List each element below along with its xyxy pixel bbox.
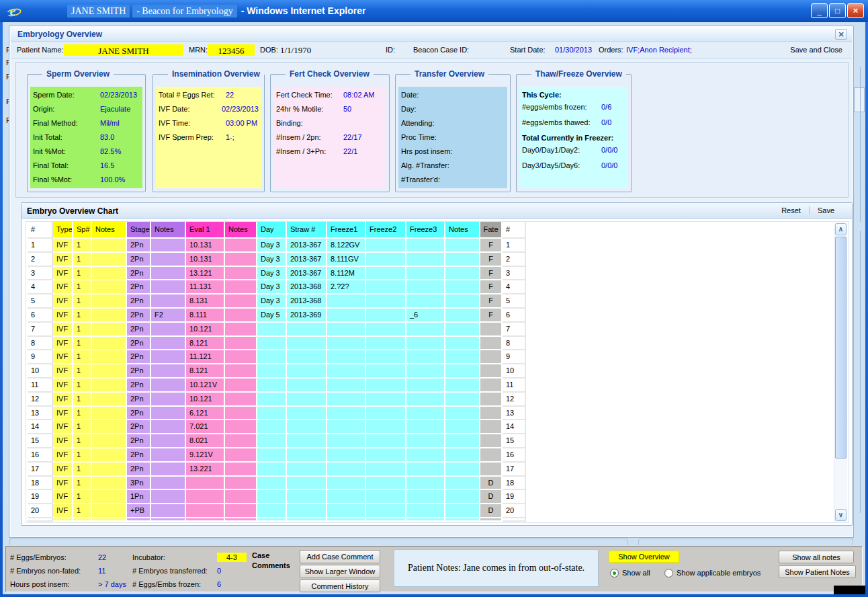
table-row[interactable]: 1IVF12Pn10.131Day 32013-3678.122GVF1 <box>28 239 849 253</box>
table-cell[interactable] <box>257 337 287 351</box>
table-cell[interactable]: 1 <box>73 490 92 504</box>
table-cell[interactable]: F2 <box>151 309 186 323</box>
table-cell[interactable] <box>287 407 327 421</box>
table-cell[interactable]: 2013-367 <box>287 239 327 253</box>
table-cell[interactable]: 1 <box>73 448 92 463</box>
table-cell[interactable]: IVF <box>53 294 73 309</box>
table-cell[interactable]: 9 <box>503 350 526 364</box>
table-cell[interactable]: 2Pn <box>127 434 151 448</box>
table-cell[interactable] <box>151 267 186 281</box>
table-cell[interactable]: IVF <box>53 267 73 281</box>
table-cell[interactable] <box>287 434 327 448</box>
show-overview-button[interactable]: Show Overview <box>609 551 679 563</box>
table-cell[interactable] <box>480 364 503 379</box>
table-row[interactable]: 2IVF12Pn10.131Day 32013-3678.111GVF2 <box>28 253 849 267</box>
table-cell[interactable] <box>225 504 257 518</box>
table-cell[interactable] <box>327 448 366 463</box>
table-cell[interactable]: +PB <box>127 504 151 518</box>
table-cell[interactable] <box>327 490 366 504</box>
table-cell[interactable] <box>186 490 225 504</box>
table-cell[interactable] <box>366 280 406 294</box>
table-cell[interactable] <box>257 393 287 407</box>
table-cell[interactable] <box>327 379 366 393</box>
table-cell[interactable]: IVF <box>53 309 73 323</box>
table-cell[interactable]: 12 <box>503 393 526 407</box>
table-cell[interactable]: Day 3 <box>257 280 287 294</box>
table-cell[interactable]: F <box>480 294 503 309</box>
table-cell[interactable]: Day 3 <box>257 294 287 309</box>
table-cell[interactable] <box>225 337 257 351</box>
table-cell[interactable] <box>92 407 127 421</box>
table-cell[interactable] <box>406 294 445 309</box>
table-cell[interactable] <box>257 420 287 434</box>
table-cell[interactable] <box>225 420 257 434</box>
table-cell[interactable] <box>225 267 257 281</box>
table-cell[interactable] <box>480 379 503 393</box>
show-patient-notes-button[interactable]: Show Patient Notes <box>779 565 856 578</box>
table-cell[interactable] <box>406 463 445 477</box>
table-cell[interactable] <box>287 337 327 351</box>
table-cell[interactable] <box>225 448 257 463</box>
table-cell[interactable]: 14 <box>503 420 526 434</box>
table-cell[interactable]: IVF <box>53 463 73 477</box>
table-cell[interactable]: 9 <box>28 350 53 364</box>
table-cell[interactable]: 1 <box>503 239 526 253</box>
table-cell[interactable] <box>151 364 186 379</box>
table-cell[interactable] <box>366 504 406 518</box>
table-cell[interactable]: 7 <box>503 323 526 337</box>
table-cell[interactable]: IVF <box>53 393 73 407</box>
table-cell[interactable] <box>366 477 406 491</box>
show-all-radio-label[interactable]: Show all <box>622 569 650 577</box>
table-cell[interactable] <box>445 309 480 323</box>
table-cell[interactable] <box>445 407 480 421</box>
table-cell[interactable] <box>327 393 366 407</box>
scrollbar-thumb[interactable] <box>835 237 847 459</box>
table-cell[interactable] <box>186 477 225 491</box>
table-cell[interactable]: 18 <box>28 477 53 491</box>
table-cell[interactable]: 20 <box>503 504 526 518</box>
table-cell[interactable] <box>225 490 257 504</box>
table-cell[interactable]: IVF <box>53 280 73 294</box>
table-cell[interactable] <box>445 379 480 393</box>
table-cell[interactable]: 15 <box>503 434 526 448</box>
table-cell[interactable] <box>366 323 406 337</box>
table-cell[interactable] <box>327 323 366 337</box>
table-cell[interactable] <box>480 350 503 364</box>
table-cell[interactable]: 3 <box>28 267 53 281</box>
table-cell[interactable]: 10.131 <box>186 253 225 267</box>
table-cell[interactable]: IVF <box>53 504 73 518</box>
table-cell[interactable] <box>445 364 480 379</box>
table-cell[interactable] <box>327 504 366 518</box>
table-row[interactable]: 12IVF12Pn10.12112 <box>28 393 849 407</box>
show-all-radio[interactable] <box>610 569 619 578</box>
table-cell[interactable] <box>445 239 480 253</box>
table-cell[interactable]: 17 <box>28 463 53 477</box>
table-cell[interactable] <box>287 393 327 407</box>
table-row[interactable]: 17IVF12Pn13.22117 <box>28 463 849 477</box>
table-cell[interactable] <box>287 490 327 504</box>
table-cell[interactable] <box>406 434 445 448</box>
table-row[interactable]: 3IVF12Pn13.121Day 32013-3678.112MF3 <box>28 267 849 281</box>
table-cell[interactable] <box>151 477 186 491</box>
table-cell[interactable] <box>445 477 480 491</box>
table-cell[interactable] <box>225 477 257 491</box>
table-row[interactable]: 4IVF12Pn11.131Day 32013-3682.?2?F4 <box>28 280 849 294</box>
table-cell[interactable] <box>92 350 127 364</box>
table-row[interactable]: 13IVF12Pn6.12113 <box>28 407 849 421</box>
table-cell[interactable]: 13 <box>28 407 53 421</box>
table-cell[interactable]: IVF <box>53 379 73 393</box>
table-cell[interactable]: 6.121 <box>186 407 225 421</box>
table-cell[interactable]: 2Pn <box>127 463 151 477</box>
table-cell[interactable]: 11 <box>503 379 526 393</box>
table-cell[interactable] <box>406 448 445 463</box>
table-cell[interactable]: 10 <box>28 364 53 379</box>
table-cell[interactable] <box>445 337 480 351</box>
table-cell[interactable] <box>366 407 406 421</box>
table-cell[interactable] <box>406 267 445 281</box>
table-cell[interactable] <box>151 463 186 477</box>
table-cell[interactable] <box>151 294 186 309</box>
table-cell[interactable]: 14 <box>28 420 53 434</box>
table-cell[interactable]: 2Pn <box>127 323 151 337</box>
table-cell[interactable]: 1 <box>73 393 92 407</box>
table-cell[interactable]: 17 <box>503 463 526 477</box>
